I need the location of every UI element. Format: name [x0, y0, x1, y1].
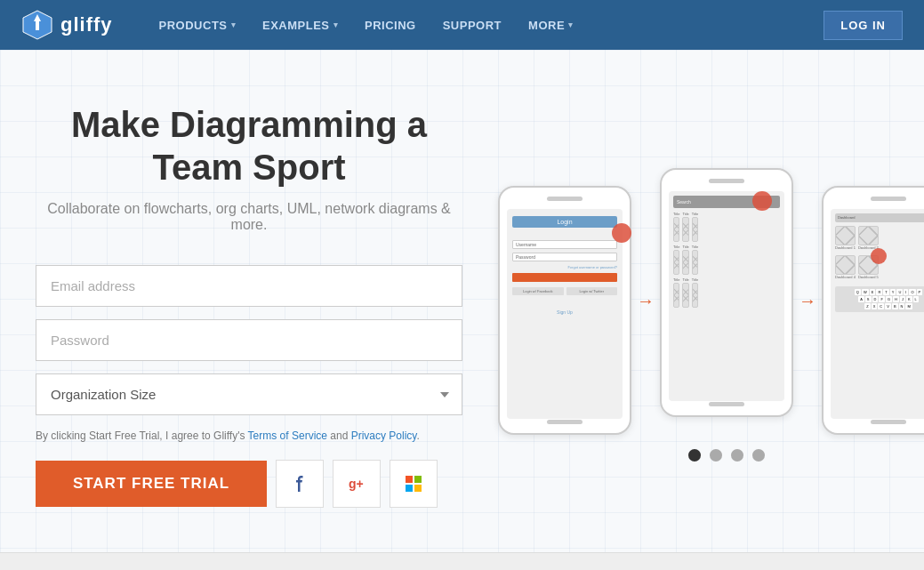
svg-rect-7 — [406, 476, 413, 483]
carousel-dot-3[interactable] — [731, 449, 743, 462]
login-header: Login — [512, 216, 617, 228]
nav-pricing[interactable]: PRICING — [354, 13, 427, 37]
microsoft-icon — [404, 474, 423, 494]
terms-of-service-link[interactable]: Terms of Service — [248, 430, 327, 442]
svg-rect-8 — [414, 476, 422, 483]
customer-logos-strip: ® The — [0, 552, 924, 570]
svg-rect-10 — [414, 485, 422, 492]
svg-rect-9 — [406, 485, 413, 492]
email-input[interactable] — [36, 265, 462, 307]
terms-text: By clicking Start Free Trial, I agree to… — [36, 428, 462, 444]
phone-mockup-3: Dashboard Dashboard 1 Dashboard 2 — [822, 186, 924, 435]
google-plus-icon: g+ — [347, 474, 366, 494]
nav-examples[interactable]: EXAMPLES ▾ — [252, 13, 349, 37]
chevron-down-icon: ▾ — [231, 20, 237, 29]
phones-showcase: Login Username Password Forgot username … — [498, 103, 924, 508]
cta-row: START FREE TRIAL g+ — [36, 460, 462, 508]
facebook-icon — [291, 475, 309, 493]
phone-screen-3: Dashboard Dashboard 1 Dashboard 2 — [831, 209, 924, 419]
privacy-policy-link[interactable]: Privacy Policy — [351, 430, 417, 442]
chevron-down-icon: ▾ — [568, 20, 574, 29]
nav-products[interactable]: PRODUCTS ▾ — [149, 13, 246, 37]
gliffy-logo-icon — [21, 9, 53, 41]
phone-screen-2: Search Title Title Title Title Title Tit… — [669, 191, 784, 401]
hero-section: Make Diagramming a Team Sport Collaborat… — [0, 50, 924, 552]
phone-screen-1: Login Username Password Forgot username … — [507, 209, 623, 419]
password-group — [36, 319, 462, 361]
chevron-down-icon: ▾ — [333, 20, 339, 29]
logo-text: gliffy — [60, 13, 113, 36]
org-size-select[interactable]: Organization Size 1-10 11-50 51-200 201-… — [36, 373, 462, 415]
logo[interactable]: gliffy — [21, 9, 113, 41]
password-input[interactable] — [36, 319, 462, 361]
start-free-trial-button[interactable]: START FREE TRIAL — [36, 461, 267, 507]
org-size-group: Organization Size 1-10 11-50 51-200 201-… — [36, 373, 462, 415]
facebook-login-button[interactable] — [276, 460, 324, 508]
phones-wrapper: Login Username Password Forgot username … — [498, 168, 924, 435]
hero-left-panel: Make Diagramming a Team Sport Collaborat… — [36, 103, 462, 508]
navbar: gliffy PRODUCTS ▾ EXAMPLES ▾ PRICING SUP… — [0, 0, 924, 50]
carousel-dot-1[interactable] — [688, 449, 701, 462]
email-group — [36, 265, 462, 307]
arrow-icon-1: → — [637, 291, 655, 311]
red-dot-1 — [612, 223, 631, 243]
red-dot-3 — [871, 248, 887, 264]
microsoft-login-button[interactable] — [390, 460, 438, 508]
hero-title: Make Diagramming a Team Sport — [36, 103, 462, 189]
phone-mockup-2: Search Title Title Title Title Title Tit… — [660, 168, 793, 417]
carousel-indicators — [688, 449, 765, 462]
red-dot-2 — [752, 191, 772, 211]
carousel-dot-4[interactable] — [752, 449, 765, 462]
arrow-icon-2: → — [799, 291, 816, 311]
hero-subtitle: Collaborate on flowcharts, org charts, U… — [36, 201, 462, 233]
nav-support[interactable]: SUPPORT — [432, 13, 512, 37]
nav-more[interactable]: MORE ▾ — [518, 13, 584, 37]
login-button[interactable]: LOG IN — [824, 11, 903, 40]
phone-mockup-1: Login Username Password Forgot username … — [498, 186, 631, 435]
google-plus-login-button[interactable]: g+ — [333, 460, 381, 508]
svg-text:g+: g+ — [349, 477, 364, 491]
carousel-dot-2[interactable] — [710, 449, 722, 462]
svg-rect-2 — [36, 21, 39, 30]
nav-links: PRODUCTS ▾ EXAMPLES ▾ PRICING SUPPORT MO… — [149, 13, 824, 37]
